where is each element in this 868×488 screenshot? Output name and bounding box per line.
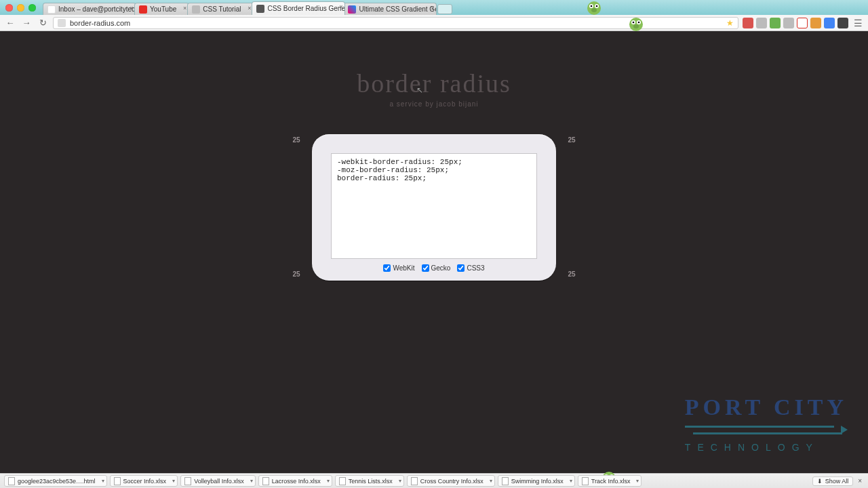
browser-tab[interactable]: CSS Tutorial× xyxy=(187,3,254,15)
download-menu-icon[interactable]: ▾ xyxy=(636,478,639,484)
preview-box: -webkit-border-radius: 25px; -moz-border… xyxy=(312,134,556,281)
tab-title: CSS Tutorial xyxy=(203,5,241,13)
extension-icon[interactable] xyxy=(797,18,808,28)
logo-line1: PORT CITY xyxy=(685,394,848,420)
svg-marker-14 xyxy=(841,426,848,434)
download-item[interactable]: Track Info.xlsx▾ xyxy=(578,475,642,487)
download-item[interactable]: Soccer Info.xlsx▾ xyxy=(110,475,178,487)
download-item[interactable]: Swimming Info.xlsx▾ xyxy=(498,475,575,487)
extension-icon[interactable] xyxy=(837,18,848,28)
extension-icon[interactable] xyxy=(824,18,835,28)
webkit-label: WebKit xyxy=(393,264,414,272)
radius-widget: -webkit-border-radius: 25px; -moz-border… xyxy=(312,134,556,281)
page-subtitle: a service by jacob bijani xyxy=(0,100,868,108)
webkit-checkbox[interactable] xyxy=(383,264,391,272)
tab-favicon xyxy=(47,5,56,14)
extension-icon[interactable] xyxy=(810,18,821,28)
site-icon xyxy=(58,19,66,27)
download-item[interactable]: Tennis Lists.xlsx▾ xyxy=(335,475,404,487)
bookmark-star-icon[interactable]: ★ xyxy=(726,18,734,28)
extension-icon[interactable] xyxy=(783,18,794,28)
tab-favicon xyxy=(139,5,147,14)
download-menu-icon[interactable]: ▾ xyxy=(570,478,572,484)
close-downloads-bar-button[interactable]: × xyxy=(856,477,864,485)
download-filename: Tennis Lists.xlsx xyxy=(349,478,393,485)
page-content: border radius a service by jacob bijani … xyxy=(0,31,868,473)
tab-close-icon[interactable]: × xyxy=(248,5,251,12)
download-filename: Track Info.xlsx xyxy=(591,478,631,485)
download-filename: Cross Country Info.xlsx xyxy=(420,478,484,485)
svg-rect-13 xyxy=(693,432,842,434)
extension-icon[interactable] xyxy=(756,18,767,28)
download-item[interactable]: Lacrosse Info.xlsx▾ xyxy=(258,475,332,487)
tab-close-icon[interactable]: × xyxy=(431,5,434,12)
address-bar[interactable]: border-radius.com ★ xyxy=(53,17,738,29)
window-controls xyxy=(5,4,36,12)
new-tab-button[interactable] xyxy=(437,4,452,14)
css3-checkbox[interactable] xyxy=(457,264,465,272)
download-menu-icon[interactable]: ▾ xyxy=(327,478,330,484)
logo-arrow-icon xyxy=(685,423,848,439)
tab-title: CSS Border Radius Generator xyxy=(267,5,345,12)
file-icon xyxy=(502,477,509,485)
browser-tab[interactable]: CSS Border Radius Generator× xyxy=(252,1,345,15)
browser-menu-button[interactable]: ☰ xyxy=(852,18,864,28)
tab-title: Ultimate CSS Gradient Gen… xyxy=(359,5,437,13)
css3-label: CSS3 xyxy=(467,264,484,272)
bottom-left-radius-input[interactable] xyxy=(289,269,304,279)
minimize-window-button[interactable] xyxy=(17,4,24,12)
downloads-bar: googlee23ac9cbe53e….html▾Soccer Info.xls… xyxy=(0,473,868,488)
tab-close-icon[interactable]: × xyxy=(183,5,186,12)
file-icon xyxy=(582,477,589,485)
download-item[interactable]: Cross Country Info.xlsx▾ xyxy=(407,475,495,487)
cursor-icon: ↖ xyxy=(416,85,423,95)
file-icon xyxy=(114,477,121,485)
gecko-label: Gecko xyxy=(431,264,451,272)
download-filename: Soccer Info.xlsx xyxy=(123,478,167,485)
svg-rect-12 xyxy=(685,426,834,428)
extension-icon[interactable] xyxy=(770,18,781,28)
zoom-window-button[interactable] xyxy=(28,4,36,12)
prefix-options: WebKit Gecko CSS3 xyxy=(331,264,537,272)
gecko-option[interactable]: Gecko xyxy=(422,264,451,272)
download-menu-icon[interactable]: ▾ xyxy=(172,478,175,484)
tab-favicon xyxy=(192,5,200,14)
webkit-option[interactable]: WebKit xyxy=(383,264,414,272)
download-filename: Lacrosse Info.xlsx xyxy=(272,478,321,485)
browser-tab[interactable]: Ultimate CSS Gradient Gen…× xyxy=(343,3,437,15)
download-menu-icon[interactable]: ▾ xyxy=(399,478,401,484)
download-arrow-icon: ⬇ xyxy=(817,478,823,485)
download-menu-icon[interactable]: ▾ xyxy=(490,478,492,484)
browser-tab[interactable]: YouTube× xyxy=(134,3,189,15)
gecko-checkbox[interactable] xyxy=(422,264,429,272)
tab-favicon xyxy=(256,5,264,13)
tab-favicon xyxy=(348,5,356,14)
titlebar: Inbox – dave@portcitytech…×YouTube×CSS T… xyxy=(0,0,868,15)
css3-option[interactable]: CSS3 xyxy=(457,264,484,272)
top-right-radius-input[interactable] xyxy=(564,135,579,144)
tab-close-icon[interactable]: × xyxy=(339,3,342,10)
file-icon xyxy=(411,477,418,485)
download-menu-icon[interactable]: ▾ xyxy=(102,478,104,484)
css-output[interactable]: -webkit-border-radius: 25px; -moz-border… xyxy=(331,153,537,259)
back-button[interactable]: ← xyxy=(4,17,16,29)
extension-icon[interactable] xyxy=(743,18,753,28)
top-left-radius-input[interactable] xyxy=(289,135,304,144)
browser-tabs: Inbox – dave@portcitytech…×YouTube×CSS T… xyxy=(43,0,863,15)
download-menu-icon[interactable]: ▾ xyxy=(250,478,253,484)
watermark-logo: PORT CITY TECHNOLOGY xyxy=(685,394,848,453)
tab-close-icon[interactable]: × xyxy=(130,5,134,12)
forward-button[interactable]: → xyxy=(20,17,33,29)
bottom-right-radius-input[interactable] xyxy=(564,269,579,279)
show-all-downloads-button[interactable]: ⬇Show All xyxy=(812,476,854,486)
file-icon xyxy=(184,477,191,485)
tab-title: YouTube xyxy=(150,5,176,13)
close-window-button[interactable] xyxy=(5,4,13,12)
file-icon xyxy=(339,477,346,485)
download-item[interactable]: googlee23ac9cbe53e….html▾ xyxy=(4,475,107,487)
download-item[interactable]: Volleyball Info.xlsx▾ xyxy=(180,475,256,487)
file-icon xyxy=(8,477,15,485)
browser-tab[interactable]: Inbox – dave@portcitytech…× xyxy=(43,3,136,15)
reload-button[interactable]: ↻ xyxy=(37,17,49,29)
url-text: border-radius.com xyxy=(70,19,130,27)
